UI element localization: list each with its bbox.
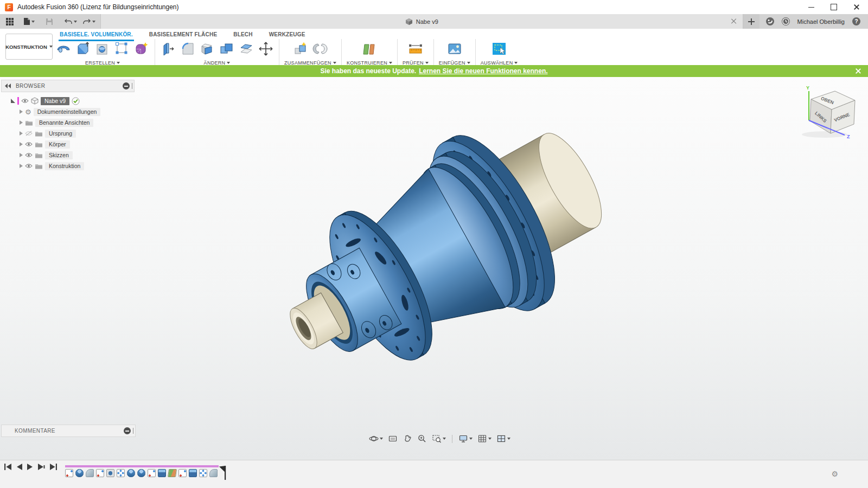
panel-options-icon[interactable]: [124, 427, 131, 434]
expander-icon[interactable]: [20, 110, 23, 114]
browser-item-label[interactable]: Dokumenteinstellungen: [34, 108, 101, 116]
measure-button[interactable]: [407, 41, 424, 57]
timeline-feature-circular-pattern-icon[interactable]: [199, 469, 207, 477]
help-icon[interactable]: ?: [852, 17, 860, 25]
browser-item-label[interactable]: Körper: [45, 140, 70, 149]
timeline-feature-revolve-icon[interactable]: [75, 469, 84, 477]
browser-root-row[interactable]: Nabe v9: [3, 95, 135, 106]
browser-root-label[interactable]: Nabe v9: [41, 97, 69, 105]
look-at-button[interactable]: [388, 434, 398, 444]
expander-icon[interactable]: [20, 153, 23, 157]
expander-icon[interactable]: [20, 131, 23, 136]
app-grid-button[interactable]: [4, 17, 15, 27]
comments-panel[interactable]: KOMMENTARE: [1, 425, 136, 437]
select-button[interactable]: [491, 41, 507, 57]
insert-canvas-button[interactable]: [446, 41, 463, 57]
undo-button[interactable]: [62, 17, 79, 26]
panel-resize-handle[interactable]: [133, 428, 133, 434]
sweep-button[interactable]: [55, 41, 72, 57]
browser-item-label[interactable]: Ursprung: [45, 130, 76, 138]
browser-item-label[interactable]: Konstruktion: [45, 162, 84, 170]
visible-eye-icon[interactable]: [25, 142, 33, 147]
close-tab-icon[interactable]: [731, 18, 737, 24]
go-to-end-button[interactable]: [50, 464, 57, 470]
shell-button[interactable]: [199, 41, 215, 57]
redo-button[interactable]: [81, 17, 97, 26]
collapse-panel-icon[interactable]: [5, 84, 11, 88]
pan-button[interactable]: [403, 434, 412, 444]
offset-face-button[interactable]: [238, 41, 254, 57]
construction-plane-button[interactable]: [361, 41, 378, 57]
step-back-button[interactable]: [16, 464, 22, 470]
timeline-settings-gear-icon[interactable]: ⚙: [831, 470, 838, 478]
timeline-feature-fillet-icon[interactable]: [86, 469, 94, 477]
visible-eye-icon[interactable]: [21, 98, 29, 104]
panel-options-icon[interactable]: [123, 82, 130, 89]
timeline-feature-sketch-icon[interactable]: [178, 469, 187, 477]
timeline-feature-construction-plane-icon[interactable]: [168, 469, 177, 477]
fit-zoom-window-button[interactable]: [432, 434, 446, 444]
extensions-icon[interactable]: [766, 17, 774, 25]
timeline-feature-sketch-icon[interactable]: [65, 469, 73, 477]
new-tab-button[interactable]: [743, 14, 760, 29]
view-cube[interactable]: OBEN LINKS VORNE Y Z: [793, 85, 864, 140]
joint-button[interactable]: [312, 41, 328, 57]
minimize-button[interactable]: [800, 0, 822, 14]
job-status-clock-icon[interactable]: [782, 17, 790, 25]
timeline-feature-revolve-icon[interactable]: [127, 469, 135, 477]
create-sketch-button[interactable]: [114, 41, 130, 57]
fillet-button[interactable]: [180, 41, 196, 57]
viewports-button[interactable]: [496, 434, 510, 444]
visible-eye-icon[interactable]: [25, 152, 33, 158]
hidden-eye-icon[interactable]: [25, 131, 33, 136]
play-button[interactable]: [27, 464, 33, 470]
press-pull-button[interactable]: [160, 41, 176, 57]
zoom-button[interactable]: [417, 434, 427, 444]
timeline-playhead[interactable]: [219, 466, 226, 480]
create-form-button[interactable]: [133, 41, 150, 57]
go-to-start-button[interactable]: [4, 464, 11, 470]
user-account-button[interactable]: Michael Oberbillig: [797, 18, 845, 25]
file-menu-button[interactable]: [22, 16, 36, 27]
banner-close-icon[interactable]: [855, 68, 861, 74]
browser-panel-header[interactable]: BROWSER: [1, 80, 135, 92]
panel-resize-handle[interactable]: [132, 83, 132, 89]
browser-item-label[interactable]: Benannte Ansichten: [35, 119, 93, 127]
step-forward-button[interactable]: [38, 464, 45, 470]
grid-and-snaps-button[interactable]: [477, 434, 492, 444]
expander-icon[interactable]: [20, 142, 23, 146]
display-settings-button[interactable]: [458, 434, 473, 444]
timeline-feature-extrude-icon[interactable]: [158, 469, 166, 477]
expander-icon[interactable]: [20, 120, 23, 125]
browser-item-sketches[interactable]: Skizzen: [3, 150, 135, 160]
extrude-button[interactable]: [75, 41, 91, 57]
save-button[interactable]: [44, 17, 55, 27]
expander-icon[interactable]: [20, 164, 23, 168]
close-button[interactable]: [845, 0, 868, 14]
expander-open-icon[interactable]: [11, 99, 15, 103]
timeline-feature-fillet-icon[interactable]: [209, 469, 218, 477]
timeline-feature-hole-icon[interactable]: [106, 469, 114, 477]
move-copy-button[interactable]: [258, 41, 274, 57]
hole-button[interactable]: [94, 41, 111, 57]
design-context-dropdown[interactable]: KONSTRUKTION: [5, 34, 53, 60]
timeline-feature-revolve-icon[interactable]: [137, 469, 145, 477]
browser-item-bodies[interactable]: Körper: [3, 139, 135, 150]
combine-button[interactable]: [219, 41, 235, 57]
document-tab-nabe-v9[interactable]: Nabe v9: [100, 14, 743, 29]
update-banner-link[interactable]: Lernen Sie die neuen Funktionen kennen.: [419, 67, 547, 75]
browser-item-construction[interactable]: Konstruktion: [3, 160, 135, 171]
browser-item-document-settings[interactable]: ⚙ Dokumenteinstellungen: [3, 106, 135, 117]
orbit-button[interactable]: [369, 434, 383, 444]
maximize-button[interactable]: [822, 0, 845, 14]
browser-item-label[interactable]: Skizzen: [45, 151, 73, 159]
timeline-feature-sketch-icon[interactable]: [148, 469, 156, 477]
browser-item-named-views[interactable]: Benannte Ansichten: [3, 117, 135, 128]
timeline-feature-circular-pattern-icon[interactable]: [117, 469, 125, 477]
visible-eye-icon[interactable]: [25, 163, 33, 169]
timeline-feature-sketch-icon[interactable]: [96, 469, 104, 477]
model-viewport[interactable]: BROWSER Nabe v9 ⚙ Dokumenteinstellungen: [0, 77, 868, 460]
browser-item-origin[interactable]: Ursprung: [3, 128, 135, 139]
timeline-feature-extrude-icon[interactable]: [189, 469, 197, 477]
new-component-button[interactable]: [292, 41, 309, 57]
